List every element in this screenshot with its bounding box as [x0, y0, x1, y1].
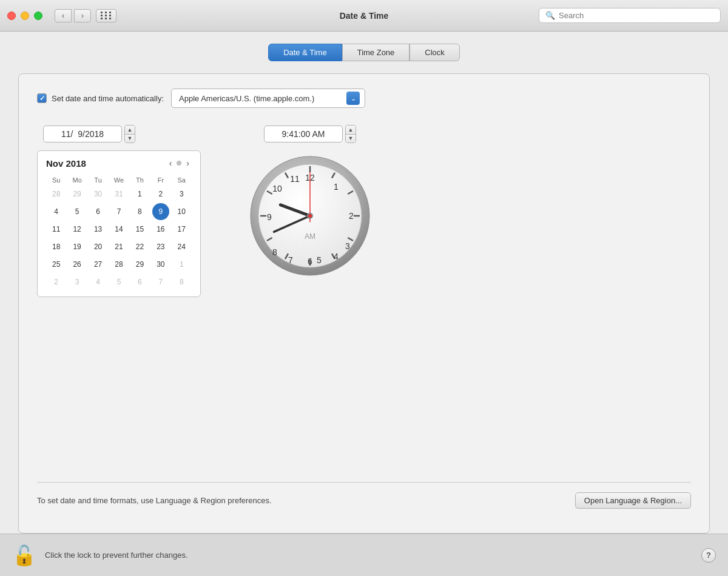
- calendar-day[interactable]: 1: [131, 186, 148, 203]
- calendar-day[interactable]: 22: [131, 238, 148, 255]
- open-language-region-button[interactable]: Open Language & Region...: [575, 492, 691, 509]
- server-dropdown[interactable]: Apple Americas/U.S. (time.apple.com.) ⌄: [171, 89, 365, 108]
- nav-buttons: ‹ ›: [55, 9, 91, 22]
- calendar-day[interactable]: 27: [90, 256, 107, 273]
- calendar-day[interactable]: 8: [173, 273, 190, 290]
- calendar-day[interactable]: 28: [48, 186, 65, 203]
- date-input-row: ▲ ▼: [43, 125, 135, 143]
- calendar-day[interactable]: 18: [48, 238, 65, 255]
- search-box[interactable]: 🔍: [539, 8, 721, 23]
- calendar-day[interactable]: 2: [48, 273, 65, 290]
- calendar-day[interactable]: 19: [69, 238, 86, 255]
- svg-text:1: 1: [334, 182, 339, 192]
- calendar-day[interactable]: 4: [90, 273, 107, 290]
- calendar-day[interactable]: 14: [110, 221, 127, 238]
- calendar-day[interactable]: 28: [110, 256, 127, 273]
- maximize-button[interactable]: [34, 12, 42, 20]
- time-stepper-up[interactable]: ▲: [346, 126, 356, 135]
- back-button[interactable]: ‹: [55, 9, 72, 22]
- calendar-day[interactable]: 17: [173, 221, 190, 238]
- calendar-prev-button[interactable]: ‹: [167, 157, 175, 169]
- calendar-day[interactable]: 9: [152, 203, 169, 220]
- calendar-day[interactable]: 20: [90, 238, 107, 255]
- panel: ✓ Set date and time automatically: Apple…: [18, 73, 710, 534]
- date-stepper-down[interactable]: ▼: [125, 135, 135, 143]
- calendar-day[interactable]: 29: [69, 186, 86, 203]
- calendar-day[interactable]: 5: [110, 273, 127, 290]
- traffic-lights: [7, 12, 42, 20]
- cal-header-sa: Sa: [172, 175, 192, 185]
- help-button[interactable]: ?: [701, 548, 716, 563]
- bottom-info-text: To set date and time formats, use Langua…: [37, 496, 272, 505]
- time-field[interactable]: [264, 126, 343, 142]
- calendar-day[interactable]: 2: [152, 186, 169, 203]
- tab-time-zone[interactable]: Time Zone: [342, 44, 410, 61]
- dropdown-arrow-icon: ⌄: [346, 92, 360, 105]
- svg-text:9: 9: [267, 212, 272, 222]
- calendar-day[interactable]: 12: [69, 221, 86, 238]
- calendar-day[interactable]: 23: [152, 238, 169, 255]
- calendar-day[interactable]: 1: [173, 256, 190, 273]
- calendar-day[interactable]: 31: [110, 186, 127, 203]
- svg-text:11: 11: [290, 174, 300, 184]
- svg-text:10: 10: [272, 184, 282, 193]
- grid-button[interactable]: [96, 9, 116, 22]
- time-stepper[interactable]: ▲ ▼: [345, 125, 356, 143]
- search-input[interactable]: [559, 11, 714, 20]
- calendar-day[interactable]: 24: [173, 238, 190, 255]
- calendar-next-button[interactable]: ›: [184, 157, 192, 169]
- calendar-header: Nov 2018 ‹ ›: [46, 157, 192, 169]
- server-dropdown-text: Apple Americas/U.S. (time.apple.com.): [179, 94, 343, 103]
- lock-icon[interactable]: 🔓: [12, 544, 36, 567]
- svg-text:6: 6: [308, 256, 312, 266]
- tab-bar: Date & Time Time Zone Clock: [18, 44, 710, 61]
- forward-button[interactable]: ›: [74, 9, 91, 22]
- clock-face: 12 1 2 3 4 5 6 7: [249, 155, 371, 276]
- calendar-day[interactable]: 13: [90, 221, 107, 238]
- calendar-day[interactable]: 8: [131, 203, 148, 220]
- calendar-day[interactable]: 15: [131, 221, 148, 238]
- tab-clock[interactable]: Clock: [410, 44, 460, 61]
- search-icon: 🔍: [545, 11, 555, 20]
- calendar-day[interactable]: 7: [152, 273, 169, 290]
- checkmark-icon: ✓: [39, 95, 45, 102]
- calendar-day[interactable]: 3: [173, 186, 190, 203]
- lock-text: Click the lock to prevent further change…: [45, 551, 693, 560]
- minimize-button[interactable]: [21, 12, 29, 20]
- svg-text:5: 5: [317, 255, 322, 265]
- calendar-today-dot[interactable]: [177, 161, 181, 166]
- date-field[interactable]: [43, 126, 122, 142]
- calendar-day[interactable]: 30: [90, 186, 107, 203]
- auto-set-checkbox[interactable]: ✓: [37, 93, 47, 103]
- calendar-day[interactable]: 4: [48, 203, 65, 220]
- calendar-day[interactable]: 10: [173, 203, 190, 220]
- auto-set-checkbox-container[interactable]: ✓ Set date and time automatically:: [37, 93, 164, 103]
- time-section: ▲ ▼: [249, 125, 371, 482]
- date-stepper[interactable]: ▲ ▼: [124, 125, 135, 143]
- calendar-day[interactable]: 21: [110, 238, 127, 255]
- calendar-day[interactable]: 11: [48, 221, 65, 238]
- time-stepper-down[interactable]: ▼: [346, 135, 356, 143]
- clock-svg: 12 1 2 3 4 5 6 7: [249, 155, 371, 276]
- calendar-day[interactable]: 3: [69, 273, 86, 290]
- tab-date-time[interactable]: Date & Time: [268, 44, 342, 61]
- calendar-day[interactable]: 30: [152, 256, 169, 273]
- calendar-day[interactable]: 5: [69, 203, 86, 220]
- calendar-day[interactable]: 29: [131, 256, 148, 273]
- calendar-day[interactable]: 7: [110, 203, 127, 220]
- svg-text:8: 8: [272, 247, 277, 257]
- time-input-row: ▲ ▼: [264, 125, 356, 143]
- calendar-month-year: Nov 2018: [46, 158, 167, 169]
- calendar-day[interactable]: 26: [69, 256, 86, 273]
- close-button[interactable]: [7, 12, 16, 20]
- calendar-day[interactable]: 6: [131, 273, 148, 290]
- cal-header-fr: Fr: [150, 175, 170, 185]
- main-content: Date & Time Time Zone Clock ✓ Set date a…: [0, 32, 728, 534]
- calendar-nav: ‹ ›: [167, 157, 192, 169]
- calendar-grid: Su Mo Tu We Th Fr Sa 2829303112345678910…: [46, 175, 192, 290]
- calendar-day[interactable]: 16: [152, 221, 169, 238]
- date-stepper-up[interactable]: ▲: [125, 126, 135, 135]
- calendar-day[interactable]: 6: [90, 203, 107, 220]
- auto-set-row: ✓ Set date and time automatically: Apple…: [37, 89, 691, 108]
- calendar-day[interactable]: 25: [48, 256, 65, 273]
